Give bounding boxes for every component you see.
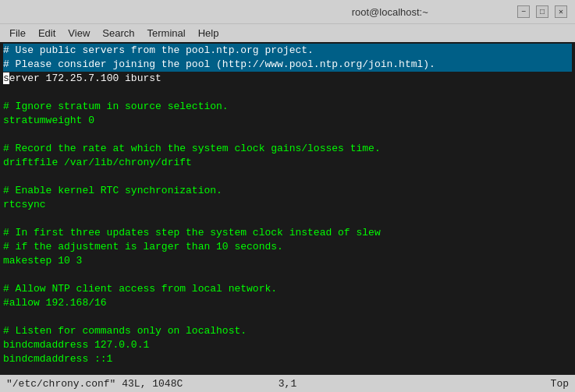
editor-line-13 (3, 212, 572, 226)
editor-line-12: rtcsync (3, 198, 572, 212)
editor-line-19: #allow 192.168/16 (3, 296, 572, 310)
editor-line-4 (3, 86, 572, 100)
menu-bar: File Edit View Search Terminal Help (0, 23, 575, 42)
menu-view[interactable]: View (62, 26, 96, 41)
editor-line-18: # Allow NTP client access from local net… (3, 282, 572, 296)
menu-search[interactable]: Search (96, 26, 140, 41)
window-controls: − □ ✕ (517, 5, 567, 18)
terminal-window: root@localhost:~ − □ ✕ File Edit View Se… (0, 0, 575, 392)
title-bar: root@localhost:~ − □ ✕ (0, 0, 575, 23)
editor-line-7 (3, 128, 572, 142)
editor-line-11: # Enable kernel RTC synchronization. (3, 184, 572, 198)
status-position: 3,1 (193, 378, 381, 390)
editor-line-2: # Please consider joining the pool (http… (3, 58, 572, 72)
editor-line-23: bindcmdaddress ::1 (3, 352, 572, 366)
cursor: s (3, 72, 9, 84)
maximize-button[interactable]: □ (536, 5, 548, 18)
editor-line-1: # Use public servers from the pool.ntp.o… (3, 44, 572, 58)
editor-line-20 (3, 310, 572, 324)
editor-line-17 (3, 268, 572, 282)
editor-line-6: stratumweight 0 (3, 114, 572, 128)
editor-line-9: driftfile /var/lib/chrony/drift (3, 156, 572, 170)
menu-help[interactable]: Help (192, 26, 225, 41)
editor-area[interactable]: # Use public servers from the pool.ntp.o… (0, 42, 575, 375)
editor-line-14: # In first three updates step the system… (3, 226, 572, 240)
editor-line-16: makestep 10 3 (3, 254, 572, 268)
window-title: root@localhost:~ (263, 6, 518, 18)
menu-edit[interactable]: Edit (32, 26, 62, 41)
status-filename: "/etc/chrony.conf" 43L, 1048C (6, 378, 193, 390)
editor-line-15: # if the adjustment is larger than 10 se… (3, 240, 572, 254)
close-button[interactable]: ✕ (555, 5, 567, 18)
editor-line-10 (3, 170, 572, 184)
minimize-button[interactable]: − (517, 5, 530, 18)
status-bar: "/etc/chrony.conf" 43L, 1048C 3,1 Top (0, 375, 575, 392)
status-scroll: Top (382, 378, 569, 390)
editor-line-22: bindcmdaddress 127.0.0.1 (3, 338, 572, 352)
menu-file[interactable]: File (3, 26, 32, 41)
menu-terminal[interactable]: Terminal (141, 26, 192, 41)
editor-line-21: # Listen for commands only on localhost. (3, 324, 572, 338)
editor-line-5: # Ignore stratum in source selection. (3, 100, 572, 114)
editor-line-3: server 172.25.7.100 iburst (3, 72, 572, 86)
editor-line-8: # Record the rate at which the system cl… (3, 142, 572, 156)
